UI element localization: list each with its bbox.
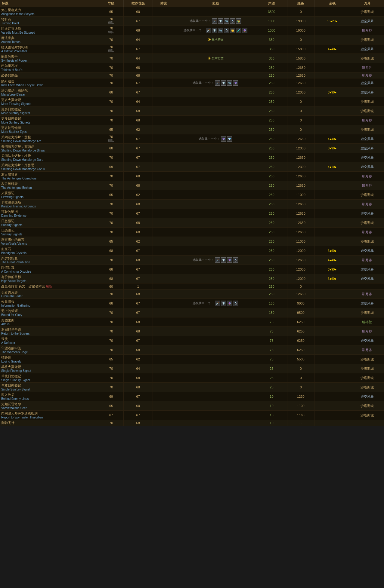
quest-title-cell[interactable]: 血宝石 Bloodgem Crystals <box>0 246 99 256</box>
table-row[interactable]: 单枚火翼徽记 Single Firewing Signet 70 64 25 0… <box>0 364 384 373</box>
table-row[interactable]: 御驰飞行 70 68 10 ... ... <box>0 420 384 426</box>
table-row[interactable]: 奥图里斯 Altruis 70 68 75 6250 纳格兰 <box>0 317 384 327</box>
quest-title-cell[interactable]: 镇静剂 Losing Gracely <box>0 355 99 364</box>
table-row[interactable]: 收集情报 Information Gathering 68 67 选取其中一个：… <box>0 299 384 308</box>
quest-title-cell[interactable]: 灰舌腐蚀者 The Ashtongue Corruptors <box>0 172 99 181</box>
quest-title-cell[interactable]: 以假乱真 A Convincing Disguise <box>0 265 99 274</box>
quest-title-cell[interactable]: 巴尔里石板 Tablets of Baa'ri <box>0 63 99 72</box>
quest-title-cell[interactable]: 法力熔炉：布纳尔 Manaforge B'naar <box>0 88 99 97</box>
reward-icon[interactable]: 🧤 <box>218 28 223 33</box>
table-row[interactable]: 先知沃雷塔尔 Voren'thal the Seer 65 60 10 1100… <box>0 401 384 411</box>
table-row[interactable]: 日怒徽记 Sunfury Signets 70 68 250 12650 影月谷 <box>0 228 384 237</box>
quest-title-cell[interactable]: 深入敌后 Behind Enemy Lines <box>0 392 99 401</box>
table-row[interactable]: 日怒徽记 Sunfury Signets 70 68 250 12650 沙塔斯… <box>0 218 384 228</box>
reward-icon[interactable]: 🛡️ <box>221 80 226 86</box>
table-row[interactable]: 转折点 Turning Point 70 组队 67 选取其中一个：🗡️🛡️🧤💍… <box>0 17 384 26</box>
table-row[interactable]: 为占星者效力 Allegiance to the Scryers 65 60 3… <box>0 7 384 17</box>
table-row[interactable]: 以假乱真 A Convincing Disguise 68 67 250 120… <box>0 265 384 274</box>
quest-title-cell[interactable]: 为占星者效力 Allegiance to the Scryers <box>0 7 99 17</box>
table-row[interactable]: 卡拉波训练场 Karabor Training Grounds 70 68 25… <box>0 200 384 209</box>
quest-title-cell[interactable]: 向间谍大师萨罗迪恩报到 Report to Spymaster Thalodie… <box>0 411 99 420</box>
quest-title-cell[interactable]: 必要的祭品 <box>0 72 99 78</box>
table-row[interactable]: 深入敌后 Behind Enemy Lines 69 67 10 1230 虚空… <box>0 392 384 401</box>
table-row[interactable]: 法力熔炉：布纳尔 Manaforge B'naar 68 67 250 1200… <box>0 88 384 97</box>
reward-icon[interactable]: 🔮 <box>227 257 232 263</box>
reward-icon[interactable]: 👑 <box>236 18 241 24</box>
quest-title-cell[interactable]: 灰舌破碎者 The Ashtongue Broken <box>0 181 99 190</box>
table-row[interactable]: 占星者阵营 英文：占星者阵营 刷新 60 1 250 0 <box>0 283 384 289</box>
reward-icon[interactable]: 💍 <box>230 18 235 24</box>
quest-title-cell[interactable]: 火翼徽记 Firewing Signets <box>0 190 99 200</box>
quest-title-cell[interactable]: 能量的聚合 Synthesis of Power <box>0 54 99 63</box>
reward-icon[interactable]: 🗡️ <box>215 301 220 306</box>
reward-icon[interactable]: 🗡️ <box>212 18 217 24</box>
table-row[interactable]: 有价值的目标 High Value Targets 68 67 250 1200… <box>0 274 384 283</box>
reward-icon[interactable]: 🗡️ <box>215 80 220 86</box>
table-row[interactable]: 守望者的牢笼 The Warden's Cage 70 68 75 6250 影… <box>0 345 384 355</box>
table-row[interactable]: 血宝石 Bloodgem Crystals 68 67 250 12000 3●… <box>0 246 384 256</box>
quest-title-cell[interactable]: 奥图里斯 Altruis <box>0 317 99 327</box>
table-row[interactable]: 镇静剂 Losing Gracely 65 62 75 5500 沙塔斯城 <box>0 355 384 364</box>
table-row[interactable]: 关闭法力熔炉：布纳尔 Shutting Down Manaforge B'naa… <box>0 144 384 153</box>
reward-icon[interactable]: 💍 <box>233 301 238 306</box>
quest-title-cell[interactable]: 长者奥克努 Oronu the Elder <box>0 289 99 299</box>
quest-title-cell[interactable]: 先知沃雷塔尔 Voren'thal the Seer <box>0 401 99 411</box>
table-row[interactable]: 更多日怒徽记 More Sunfury Signets 70 68 250 0 … <box>0 106 384 116</box>
quest-title-cell[interactable]: 更多日怒徽记 More Sunfury Signets <box>0 116 99 125</box>
reward-icon[interactable]: 🗡️ <box>206 28 211 33</box>
reward-icon[interactable]: 🔮 <box>233 80 238 86</box>
table-row[interactable]: 火翼徽记 Firewing Signets 65 62 250 11000 沙塔… <box>0 190 384 200</box>
quest-title-cell[interactable]: 单枚火翼徽记 Single Firewing Signet <box>0 364 99 373</box>
quest-title-cell[interactable]: 单枚日怒徽记 Single Sunfury Signet <box>0 373 99 383</box>
table-row[interactable]: 严厉的报复 The Great Retribution 70 68 选取其中一个… <box>0 256 384 265</box>
reward-icon[interactable]: 🛡️ <box>218 18 223 24</box>
quest-title-cell[interactable]: 痛歼追击 Kick Them When They're Down <box>0 78 99 88</box>
table-row[interactable]: 痛歼追击 Kick Them When They're Down 70 67 选… <box>0 78 384 88</box>
table-row[interactable]: 返回群星圣殿 Return to the Scryers 70 68 75 62… <box>0 327 384 336</box>
reward-icon[interactable]: 💍 <box>233 257 238 263</box>
table-row[interactable]: 长者奥克努 Oronu the Elder 70 68 250 12650 影月… <box>0 289 384 299</box>
quest-title-cell[interactable]: 占星者阵营 英文：占星者阵营 刷新 <box>0 283 99 289</box>
quest-title-cell[interactable]: 日怒徽记 Sunfury Signets <box>0 228 99 237</box>
quest-title-cell[interactable]: 御驰飞行 <box>0 420 99 426</box>
table-row[interactable]: 单枚日怒徽记 Single Sunfury Signet 70 68 25 0 … <box>0 383 384 392</box>
quest-title-cell[interactable]: 魔法宝典 Arcane Tomes <box>0 35 99 44</box>
reward-icon[interactable]: 🛡️ <box>221 301 226 306</box>
table-row[interactable]: 关闭法力熔炉：艾拉 Shutting Down Manaforge Ara 70… <box>0 134 384 144</box>
reward-icon[interactable]: 💎 <box>227 136 232 142</box>
reward-icon[interactable]: 🛡️ <box>221 257 226 263</box>
quest-title-cell[interactable]: 关闭法力熔炉：布纳尔 Shutting Down Manaforge B'naa… <box>0 144 99 153</box>
reward-icon[interactable]: 🧤 <box>227 80 232 86</box>
quest-title-cell[interactable]: 可耻的证据 Damning Evidence <box>0 209 99 218</box>
table-row[interactable]: 给沃雷塔尔的礼物 A Gift for Voren'thal 70 组队 67 … <box>0 44 384 54</box>
table-row[interactable]: 关闭法力熔炉：库鲁思 Shutting Down Manaforge Coruu… <box>0 162 384 172</box>
quest-title-cell[interactable]: 更多日怒徽记 More Sunfury Signets <box>0 106 99 116</box>
reward-icon[interactable]: 🔮 <box>242 28 247 33</box>
table-row[interactable]: 魔法宝典 Arcane Tomes 70 64 ✨ 奥术符文 350 0 沙塔斯… <box>0 35 384 44</box>
table-row[interactable]: 更多日怒徽记 More Sunfury Signets 70 68 250 0 … <box>0 116 384 125</box>
quest-title-cell[interactable]: 单枚日怒徽记 Single Sunfury Signet <box>0 383 99 392</box>
quest-title-cell[interactable]: 给沃雷塔尔的礼物 A Gift for Voren'thal <box>0 44 99 54</box>
quest-title-cell[interactable]: 卡拉波训练场 Karabor Training Grounds <box>0 200 99 209</box>
quest-title-cell[interactable]: 返回群星圣殿 Return to the Scryers <box>0 327 99 336</box>
reward-icon[interactable]: 🧪 <box>236 28 241 33</box>
quest-title-cell[interactable]: 收集情报 Information Gathering <box>0 299 99 308</box>
quest-title-cell[interactable]: 阻止瓦雷迪斯 Varedis Must Be Stopped <box>0 26 99 35</box>
reward-icon[interactable]: 💍 <box>224 28 229 33</box>
table-row[interactable]: 灰舌破碎者 The Ashtongue Broken 70 68 250 126… <box>0 181 384 190</box>
reward-icon[interactable]: 🔮 <box>221 136 226 142</box>
table-row[interactable]: 阻止瓦雷迪斯 Varedis Must Be Stopped 70 组队 68 … <box>0 26 384 35</box>
quest-title-cell[interactable]: 更多火翼徽记 More Firewing Signets <box>0 97 99 106</box>
table-row[interactable]: 无上的荣耀 Bound for Glory 70 67 150 9500 沙塔斯… <box>0 308 384 317</box>
quest-title-cell[interactable]: 更多蛇舌蟾服 More Basilisk Eyes <box>0 125 99 134</box>
reward-icon[interactable]: 👑 <box>230 28 235 33</box>
table-row[interactable]: 沃雷塔尔的预言 Voren'thal's Visions 65 62 250 1… <box>0 237 384 246</box>
quest-title-cell[interactable]: 关闭法力熔炉：柱隆 Shutting Down Manaforge Duro <box>0 153 99 162</box>
reward-icon[interactable]: 🔮 <box>227 301 232 306</box>
quest-title-cell[interactable]: 叛徒 A Defector <box>0 336 99 345</box>
table-row[interactable]: 灰舌腐蚀者 The Ashtongue Corruptors 70 68 250… <box>0 172 384 181</box>
quest-title-cell[interactable]: 有价值的目标 High Value Targets <box>0 274 99 283</box>
table-row[interactable]: 向间谍大师萨罗迪恩报到 Report to Spymaster Thalodie… <box>0 411 384 420</box>
table-row[interactable]: 更多火翼徽记 More Firewing Signets 70 64 250 0… <box>0 97 384 106</box>
quest-title-cell[interactable]: 关闭法力熔炉：库鲁思 Shutting Down Manaforge Coruu <box>0 162 99 172</box>
